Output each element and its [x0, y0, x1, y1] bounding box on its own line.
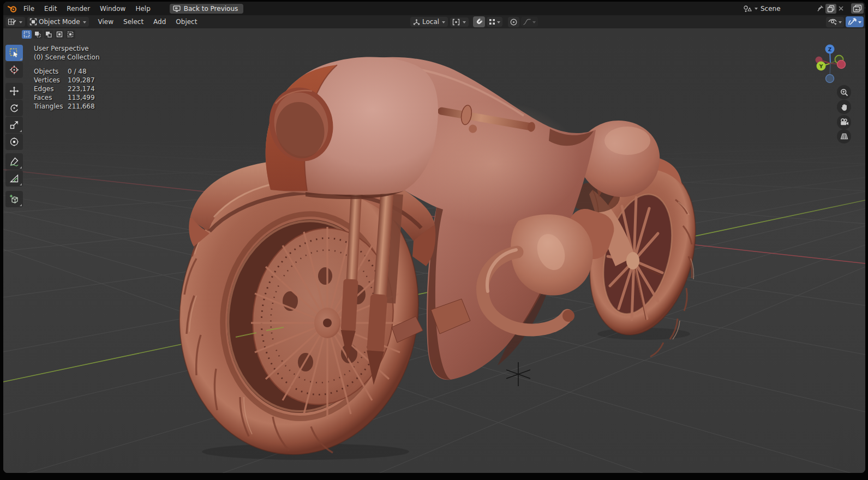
snap-target-icon — [488, 18, 496, 26]
viewport-display-controls — [824, 16, 864, 27]
falloff-curve-icon — [523, 18, 531, 26]
menu-edit[interactable]: Edit — [39, 3, 62, 14]
blender-logo-icon[interactable] — [7, 3, 19, 15]
topbar: File Edit Render Window Help Back to Pre… — [3, 2, 865, 15]
snap-target-dropdown[interactable] — [487, 17, 502, 27]
pin-icon[interactable] — [815, 4, 825, 13]
viewport-stats-overlay: User Perspective (0) Scene Collection Ob… — [34, 44, 100, 111]
duplicate-scene-icon[interactable] — [825, 4, 836, 14]
select-mode-extend[interactable] — [33, 30, 43, 39]
pivot-point-icon — [452, 19, 460, 26]
menu-add[interactable]: Add — [148, 16, 171, 27]
tool-select-box[interactable] — [5, 45, 23, 61]
gizmo-neg-z-axis[interactable] — [826, 75, 834, 83]
proportional-editing-toggle[interactable] — [508, 17, 519, 27]
view-layer-caret[interactable] — [865, 8, 865, 11]
close-icon[interactable] — [836, 4, 846, 13]
show-gizmo-toggle[interactable] — [846, 16, 864, 27]
tool-move[interactable] — [5, 83, 23, 99]
stat-objects: Objects0 / 48 — [34, 67, 100, 76]
gizmo-neg-x-axis[interactable] — [837, 61, 846, 69]
select-mode-intersect[interactable] — [65, 30, 75, 39]
svg-text:Z: Z — [828, 47, 832, 52]
camera-view-button[interactable] — [837, 115, 851, 129]
pivot-point-dropdown[interactable] — [450, 17, 469, 27]
menu-file[interactable]: File — [19, 3, 39, 14]
viewport-header: Object Mode View Select Add Object Local — [3, 15, 865, 28]
stat-triangles: Triangles211,668 — [34, 102, 100, 111]
viewport-3d-scene — [3, 28, 865, 473]
scene-browse-icon[interactable] — [741, 4, 753, 14]
zoom-button[interactable] — [837, 85, 851, 99]
select-mode-invert[interactable] — [55, 30, 64, 39]
stat-edges: Edges223,174 — [34, 85, 100, 93]
select-mode-new[interactable] — [22, 30, 32, 39]
menu-window[interactable]: Window — [95, 3, 130, 14]
transform-orientation-dropdown[interactable]: Local — [410, 17, 448, 27]
scene-selector: Scene — [741, 3, 865, 14]
object-visibility-icon — [828, 18, 837, 26]
tool-add-cube[interactable] — [5, 191, 23, 207]
scene-browse-caret[interactable] — [755, 8, 758, 11]
falloff-curve-dropdown[interactable] — [521, 17, 538, 27]
orientation-icon — [412, 19, 421, 26]
menu-select[interactable]: Select — [118, 16, 148, 27]
proportional-editing-icon — [510, 18, 518, 26]
editor-type-3d-viewport-icon — [8, 18, 16, 26]
tool-measure[interactable] — [5, 170, 23, 187]
stat-faces: Faces113,499 — [34, 93, 100, 102]
menu-view[interactable]: View — [93, 16, 118, 27]
editor-type-selector[interactable] — [5, 17, 25, 27]
show-gizmo-icon — [847, 17, 857, 26]
tool-transform[interactable] — [5, 134, 23, 150]
scene-name-field[interactable]: Scene — [758, 4, 815, 14]
menu-help[interactable]: Help — [130, 3, 155, 14]
view-perspective-label: User Perspective — [34, 44, 100, 53]
tool-cursor[interactable] — [5, 62, 23, 78]
view-layer-icon[interactable] — [851, 3, 864, 14]
active-collection-label: (0) Scene Collection — [34, 53, 100, 62]
mode-dropdown[interactable]: Object Mode — [27, 17, 89, 27]
tool-rotate[interactable] — [5, 100, 23, 116]
transform-snap-controls: Local — [410, 16, 538, 27]
tool-annotate[interactable] — [5, 153, 23, 170]
blender-window: File Edit Render Window Help Back to Pre… — [3, 2, 865, 473]
object-mode-icon — [29, 18, 37, 26]
navigation-gizmo[interactable]: Y Z — [800, 44, 854, 88]
back-screen-icon — [173, 5, 181, 12]
tool-scale[interactable] — [5, 117, 23, 133]
object-visibility-dropdown[interactable] — [826, 17, 844, 27]
toggle-perspective-button[interactable] — [837, 129, 851, 143]
viewport-3d[interactable]: User Perspective (0) Scene Collection Ob… — [3, 28, 865, 473]
snap-magnet-toggle[interactable] — [473, 16, 485, 27]
select-mode-row — [22, 30, 75, 39]
select-mode-subtract[interactable] — [44, 30, 53, 39]
stat-vertices: Vertices109,287 — [34, 76, 100, 85]
snap-magnet-icon — [475, 17, 483, 26]
back-to-previous-button[interactable]: Back to Previous — [170, 4, 244, 14]
svg-text:Y: Y — [819, 64, 823, 69]
menu-object[interactable]: Object — [171, 16, 202, 27]
pan-hand-button[interactable] — [837, 100, 851, 114]
menu-render[interactable]: Render — [62, 3, 95, 14]
viewport-menus: View Select Add Object — [93, 16, 202, 27]
